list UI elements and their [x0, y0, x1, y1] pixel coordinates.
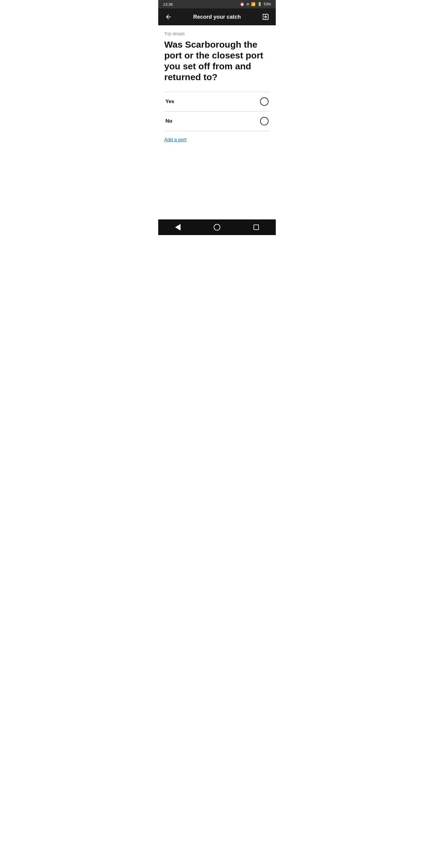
nav-home-button[interactable] — [208, 219, 226, 235]
dnd-icon: ⊖ — [246, 2, 249, 6]
section-label: Trip details — [164, 31, 270, 36]
divider-bottom — [164, 131, 270, 131]
radio-option-yes[interactable]: Yes — [164, 92, 270, 111]
alarm-icon: ⏰ — [240, 2, 244, 6]
signal-icon: 📶 — [251, 2, 255, 6]
bottom-nav — [158, 219, 276, 235]
question-text: Was Scarborough the port or the closest … — [164, 39, 270, 83]
nav-recents-icon — [253, 224, 259, 230]
radio-label-yes: Yes — [165, 98, 174, 104]
status-bar: 13:36 ⏰ ⊖ 📶 🔋 53% — [158, 0, 276, 8]
radio-option-no[interactable]: No — [164, 112, 270, 131]
status-icons: ⏰ ⊖ 📶 🔋 53% — [240, 2, 271, 6]
app-bar-title: Record your catch — [193, 14, 241, 20]
nav-back-icon — [175, 224, 181, 230]
radio-label-no: No — [165, 118, 173, 124]
nav-back-button[interactable] — [169, 219, 187, 235]
nav-home-icon — [214, 224, 220, 230]
app-bar: Record your catch — [158, 8, 276, 25]
status-time: 13:36 — [163, 2, 173, 7]
battery-percentage: 53% — [264, 2, 271, 6]
add-port-link[interactable]: Add a port — [164, 137, 187, 143]
radio-circle-yes[interactable] — [260, 97, 269, 106]
back-button[interactable] — [163, 11, 174, 22]
exit-button[interactable] — [260, 11, 271, 22]
nav-recents-button[interactable] — [247, 219, 265, 235]
radio-circle-no[interactable] — [260, 117, 269, 125]
main-content: Trip details Was Scarborough the port or… — [158, 25, 276, 219]
battery-icon: 🔋 — [257, 2, 262, 6]
